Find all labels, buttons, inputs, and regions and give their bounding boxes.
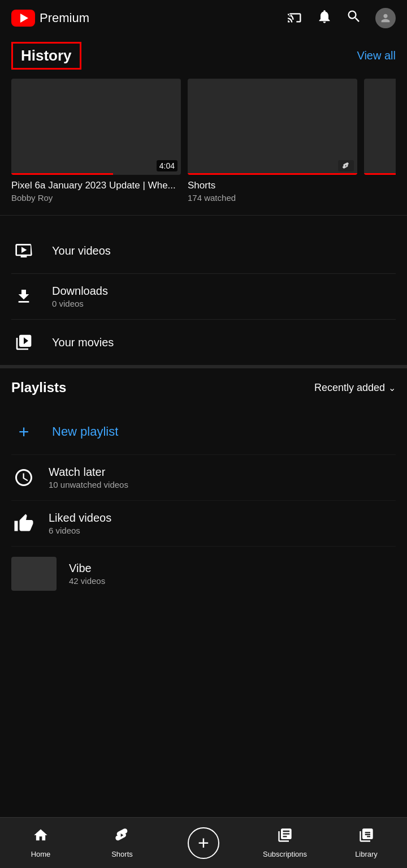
history-item-2[interactable]: Shorts 174 watched: [188, 79, 357, 203]
home-label: Home: [31, 850, 51, 858]
playlists-header: Playlists Recently added ⌄: [11, 380, 396, 396]
sort-label: Recently added: [314, 382, 385, 394]
plus-icon: +: [11, 419, 36, 444]
history-title: History: [21, 47, 72, 64]
thumb-info-2: Shorts 174 watched: [188, 179, 357, 203]
video-title-1: Pixel 6a January 2023 Update | Whe...: [11, 179, 181, 192]
downloads-label: Downloads: [52, 285, 108, 298]
downloads-count: 0 videos: [52, 299, 108, 308]
header: Premium: [0, 0, 407, 36]
vibe-item[interactable]: Vibe 42 videos: [11, 546, 396, 601]
thumb-image-3: [364, 79, 396, 175]
vibe-thumbnail: [11, 557, 57, 591]
liked-videos-name: Liked videos: [49, 512, 111, 525]
video-duration: 4:04: [157, 160, 177, 171]
watch-later-item[interactable]: Watch later 10 unwatched videos: [11, 454, 396, 500]
thumb-image-2: [188, 79, 357, 175]
playlists-section: Playlists Recently added ⌄ + New playlis…: [0, 365, 407, 601]
new-playlist-label: New playlist: [52, 424, 118, 439]
home-icon: [33, 827, 49, 847]
history-section: History View all 4:04 Pixel 6a January 2…: [0, 36, 407, 203]
shorts-icon: [114, 827, 130, 847]
library-icon: [358, 827, 374, 847]
subscriptions-label: Subscriptions: [263, 850, 307, 858]
nav-library[interactable]: Library: [326, 827, 407, 858]
app-title: Premium: [40, 11, 89, 25]
header-left: Premium: [11, 10, 89, 27]
downloads-item[interactable]: Downloads 0 videos: [11, 274, 396, 320]
clock-icon: [11, 465, 36, 490]
history-item-1[interactable]: 4:04 Pixel 6a January 2023 Update | Whe.…: [11, 79, 181, 203]
your-videos-label: Your videos: [52, 244, 111, 257]
liked-videos-count: 6 videos: [49, 526, 111, 535]
thumb-info-1: Pixel 6a January 2023 Update | Whe... Bo…: [11, 179, 181, 203]
history-header: History View all: [11, 42, 396, 70]
your-movies-label: Your movies: [52, 336, 114, 349]
liked-videos-info: Liked videos 6 videos: [49, 512, 111, 535]
search-icon[interactable]: [346, 8, 362, 28]
bell-icon[interactable]: [317, 8, 332, 28]
nav-shorts[interactable]: Shorts: [81, 827, 163, 858]
your-videos-item[interactable]: Your videos: [11, 228, 396, 274]
downloads-text: Downloads 0 videos: [52, 285, 108, 308]
vibe-count: 42 videos: [69, 576, 105, 586]
clapperboard-icon: [11, 330, 36, 355]
video-title-2: Shorts: [188, 179, 357, 192]
thumb-image-1: 4:04: [11, 79, 181, 175]
watch-later-info: Watch later 10 unwatched videos: [49, 466, 128, 489]
nav-subscriptions[interactable]: Subscriptions: [244, 827, 326, 858]
nav-home[interactable]: Home: [0, 827, 81, 858]
download-icon: [11, 284, 36, 309]
your-movies-item[interactable]: Your movies: [11, 320, 396, 365]
cast-icon[interactable]: [287, 8, 303, 28]
history-title-box[interactable]: History: [11, 42, 81, 70]
video-sub-2: 174 watched: [188, 193, 357, 203]
bottom-nav: Home Shorts + Subscriptions Library: [0, 817, 407, 868]
thumbsup-icon: [11, 511, 36, 536]
menu-section: Your videos Downloads 0 videos Your movi…: [0, 228, 407, 365]
watch-later-count: 10 unwatched videos: [49, 480, 128, 489]
chevron-down-icon: ⌄: [388, 383, 396, 393]
library-label: Library: [355, 850, 378, 858]
liked-videos-item[interactable]: Liked videos 6 videos: [11, 500, 396, 546]
vibe-name: Vibe: [69, 562, 105, 575]
your-videos-text: Your videos: [52, 244, 111, 257]
history-thumbnails: 4:04 Pixel 6a January 2023 Update | Whe.…: [11, 79, 396, 203]
add-icon: +: [188, 827, 219, 859]
watch-later-name: Watch later: [49, 466, 128, 479]
vibe-info: Vibe 42 videos: [69, 562, 105, 586]
view-all-button[interactable]: View all: [357, 49, 396, 62]
new-playlist-button[interactable]: + New playlist: [11, 409, 396, 454]
nav-add[interactable]: +: [163, 827, 244, 859]
divider-1: [0, 215, 407, 216]
history-item-3[interactable]: [364, 79, 396, 203]
your-movies-text: Your movies: [52, 336, 114, 349]
sort-button[interactable]: Recently added ⌄: [314, 382, 396, 394]
video-channel-1: Bobby Roy: [11, 193, 181, 203]
shorts-label: Shorts: [111, 850, 133, 858]
avatar[interactable]: [375, 8, 396, 28]
yt-logo[interactable]: Premium: [11, 10, 89, 27]
progress-bar: [11, 173, 113, 175]
subscriptions-icon: [277, 827, 293, 847]
playlists-title: Playlists: [11, 380, 66, 396]
youtube-icon: [11, 10, 35, 27]
shorts-badge: [338, 160, 354, 171]
header-right: [287, 8, 396, 28]
play-icon: [11, 238, 36, 263]
